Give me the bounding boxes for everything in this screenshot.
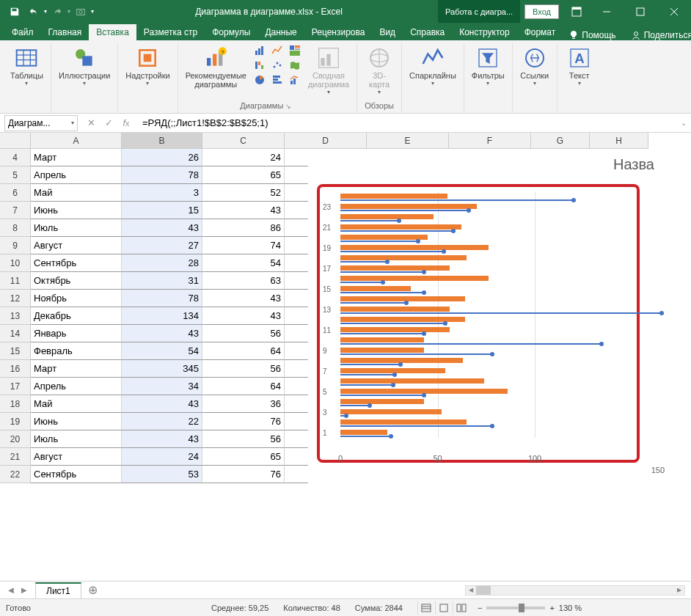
chart-bar-series1[interactable] xyxy=(340,251,444,252)
tab-formulas[interactable]: Формулы xyxy=(205,24,257,40)
cell[interactable]: 43 xyxy=(122,395,202,413)
cell[interactable]: Август xyxy=(31,448,122,466)
page-layout-view-button[interactable] xyxy=(435,601,453,615)
row-header-11[interactable]: 11 xyxy=(0,272,31,290)
cell[interactable]: 56 xyxy=(202,430,285,448)
chart-bar-series1[interactable] xyxy=(340,364,401,365)
cell[interactable]: Июнь xyxy=(31,413,122,430)
redo-button[interactable] xyxy=(48,3,66,21)
chart-bar-series1[interactable] xyxy=(340,312,662,314)
tab-help[interactable]: Справка xyxy=(403,24,452,40)
tab-review[interactable]: Рецензирова xyxy=(304,24,373,40)
cell[interactable]: 54 xyxy=(202,254,285,272)
chart-bar-series1[interactable] xyxy=(340,436,391,437)
cell[interactable]: 64 xyxy=(202,378,285,395)
column-header-G[interactable]: G xyxy=(531,133,590,149)
chart-bar-series2[interactable] xyxy=(340,235,632,239)
sparklines-button[interactable]: Спарклайны ▾ xyxy=(406,43,459,87)
chart-object[interactable]: Назва 0 50 100 1357911131517192123 150 xyxy=(308,149,660,494)
chart-bar-series2[interactable] xyxy=(340,420,632,424)
chart-bar-series2[interactable] xyxy=(340,348,632,352)
cell[interactable]: 53 xyxy=(122,466,202,483)
cell[interactable]: 24 xyxy=(122,448,202,466)
map-chart-icon[interactable] xyxy=(286,58,304,73)
row-header-4[interactable]: 4 xyxy=(0,149,31,166)
cell[interactable]: Апрель xyxy=(31,378,122,395)
cell[interactable]: 65 xyxy=(202,166,285,184)
cell[interactable]: 78 xyxy=(122,166,202,184)
tell-me-search[interactable]: Помощь xyxy=(563,30,621,40)
chart-bar-series2[interactable] xyxy=(340,297,632,301)
cell[interactable]: 43 xyxy=(122,430,202,448)
cell[interactable]: Январь xyxy=(31,325,122,342)
column-header-D[interactable]: D xyxy=(285,133,367,149)
cell[interactable]: 74 xyxy=(202,237,285,254)
chart-bar-series1[interactable] xyxy=(340,292,424,293)
cell[interactable]: 56 xyxy=(202,360,285,378)
chart-bar-series1[interactable] xyxy=(340,210,469,211)
cell[interactable]: 43 xyxy=(202,307,285,325)
cell[interactable]: 345 xyxy=(122,360,202,378)
cell[interactable]: 43 xyxy=(202,290,285,307)
cell[interactable]: 52 xyxy=(202,184,285,202)
chart-bar-series2[interactable] xyxy=(340,256,632,260)
camera-button[interactable] xyxy=(72,3,89,21)
cell[interactable]: 43 xyxy=(202,202,285,219)
qat-customize[interactable]: ▾ xyxy=(91,8,94,15)
waterfall-chart-icon[interactable] xyxy=(251,58,268,73)
row-header-7[interactable]: 7 xyxy=(0,202,31,219)
normal-view-button[interactable] xyxy=(417,601,435,615)
formula-input[interactable] xyxy=(138,114,676,132)
chart-bar-series2[interactable] xyxy=(340,194,632,198)
tab-chart-design[interactable]: Конструктор xyxy=(452,24,516,40)
cell[interactable]: 34 xyxy=(122,378,202,395)
cell[interactable]: Февраль xyxy=(31,342,122,360)
cell[interactable]: 36 xyxy=(202,395,285,413)
worksheet-grid[interactable]: ABCDEFGH 4567891011121314151617181920212… xyxy=(0,133,691,581)
chart-bar-series2[interactable] xyxy=(340,338,632,342)
minimize-button[interactable] xyxy=(590,0,624,23)
row-header-8[interactable]: 8 xyxy=(0,219,31,237)
tab-home[interactable]: Главная xyxy=(41,24,89,40)
pie-chart-icon[interactable] xyxy=(251,73,268,87)
cell[interactable]: Март xyxy=(31,149,122,166)
chart-bar-series2[interactable] xyxy=(340,266,632,270)
row-header-21[interactable]: 21 xyxy=(0,448,31,466)
scroll-thumb[interactable] xyxy=(476,586,491,595)
row-header-5[interactable]: 5 xyxy=(0,166,31,184)
charts-dialog-launcher[interactable]: ↘ xyxy=(285,103,294,110)
links-button[interactable]: Ссылки ▾ xyxy=(517,43,552,87)
column-header-E[interactable]: E xyxy=(367,133,449,149)
chart-bar-series2[interactable] xyxy=(340,215,632,219)
cell[interactable]: 15 xyxy=(122,202,202,219)
undo-dropdown[interactable]: ▾ xyxy=(44,8,47,15)
row-header-22[interactable]: 22 xyxy=(0,466,31,483)
redo-dropdown[interactable]: ▾ xyxy=(67,8,70,15)
chart-bar-series2[interactable] xyxy=(340,430,632,434)
bar-chart-icon[interactable] xyxy=(268,73,286,87)
chart-plot-area[interactable]: 0 50 100 1357911131517192123 xyxy=(340,191,632,438)
add-sheet-button[interactable]: ⊕ xyxy=(84,582,102,599)
cell[interactable]: Июль xyxy=(31,430,122,448)
line-chart-icon[interactable] xyxy=(268,43,286,58)
scroll-right-button[interactable]: ▶ xyxy=(674,586,684,595)
cell[interactable]: 43 xyxy=(122,219,202,237)
hierarchy-chart-icon[interactable] xyxy=(286,43,304,58)
combo-chart-icon[interactable] xyxy=(286,73,304,87)
illustrations-button[interactable]: Иллюстрации ▾ xyxy=(56,43,113,87)
cell[interactable]: 22 xyxy=(122,413,202,430)
cell[interactable]: 43 xyxy=(122,325,202,342)
cell[interactable]: 86 xyxy=(202,219,285,237)
cell[interactable]: 78 xyxy=(122,290,202,307)
chart-bar-series2[interactable] xyxy=(340,389,632,393)
recommended-charts-button[interactable]: ? Рекомендуемые диаграммы xyxy=(183,43,249,89)
cell[interactable]: 65 xyxy=(202,448,285,466)
login-button[interactable]: Вход xyxy=(524,4,559,19)
cancel-formula-button[interactable]: ✕ xyxy=(82,115,100,131)
chart-bar-series2[interactable] xyxy=(340,379,632,383)
save-button[interactable] xyxy=(6,3,23,21)
cell[interactable]: 76 xyxy=(202,466,285,483)
row-header-15[interactable]: 15 xyxy=(0,342,31,360)
cell[interactable]: Март xyxy=(31,360,122,378)
row-header-9[interactable]: 9 xyxy=(0,237,31,254)
